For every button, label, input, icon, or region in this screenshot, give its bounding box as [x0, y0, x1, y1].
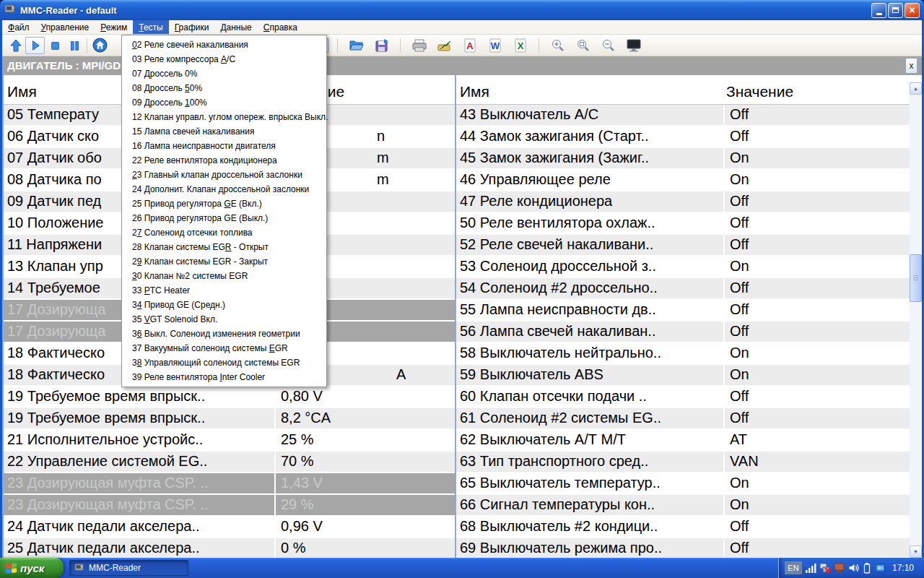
network-offline-icon[interactable]	[819, 562, 831, 574]
table-row[interactable]: 45 Замок зажигания (Зажиг..On	[456, 148, 910, 170]
tests-menu-item[interactable]: 30 Клапан №2 системы EGR	[122, 269, 326, 283]
menu-help[interactable]: Справка	[258, 20, 303, 34]
tests-menu-item[interactable]: 35 VGT Solenoid Вкл.	[122, 312, 326, 327]
tests-menu-item[interactable]: 38 Управляющий соленоид системы EGR	[122, 355, 326, 370]
tests-menu-item[interactable]: 24 Дополнит. Клапан дроссельной заслонки	[122, 182, 326, 197]
tests-menu-item[interactable]: 27 Соленоид отсечки топлива	[122, 225, 326, 240]
tests-menu-item[interactable]: 12 Клапан управл. углом опереж. впрыска …	[122, 110, 326, 124]
tests-menu-item[interactable]: 29 Клапан системы EGR - Закрыт	[122, 254, 326, 269]
table-row[interactable]: 44 Замок зажигания (Старт..Off	[456, 126, 910, 148]
zoom-out-button[interactable]	[598, 37, 618, 54]
table-row[interactable]: 46 Управляющее релеOn	[456, 170, 910, 191]
tests-menu-item[interactable]: 15 Лампа свечей накаливания	[122, 124, 326, 139]
zoom-in-button[interactable]	[548, 37, 567, 54]
param-value: 0 %	[274, 538, 455, 558]
language-indicator[interactable]: EN	[785, 561, 802, 574]
start-button[interactable]: пуск	[0, 558, 64, 578]
chart-export-button[interactable]	[435, 37, 454, 54]
table-row[interactable]: 24 Датчик педали акселера..0,96 V	[4, 517, 455, 538]
table-row[interactable]: 43 Выключатель А/СOff	[456, 105, 910, 126]
screen-button[interactable]	[624, 37, 643, 54]
tests-menu-item[interactable]: 16 Лампа неисправности двигателя	[122, 139, 326, 153]
tests-menu-item[interactable]: 03 Реле компрессора А/С	[122, 52, 326, 66]
table-row[interactable]: 68 Выключатель #2 кондици..Off	[456, 517, 910, 538]
tests-menu-item[interactable]: 28 Клапан системы EGR - Открыт	[122, 240, 326, 254]
table-row[interactable]: 60 Клапан отсечки подачи ..Off	[456, 387, 910, 408]
table-row[interactable]: 61 Соленоид #2 системы EG..Off	[456, 408, 910, 430]
table-row[interactable]: 58 Выключатель нейтрально..On	[456, 343, 910, 365]
monitor-icon[interactable]	[834, 562, 845, 574]
table-row[interactable]: 23 Дозирующая муфта CSP. ..1,43 V	[4, 473, 455, 495]
tests-menu-item[interactable]: 23 Главный клапан дроссельной заслонки	[122, 168, 326, 182]
excel-export-button[interactable]: X	[510, 37, 530, 54]
table-row[interactable]: 19 Требуемое время впрыск..0,80 V	[4, 387, 455, 408]
tests-menu-item[interactable]: 09 Дроссель 100%	[122, 95, 326, 110]
scroll-down-button[interactable]: ▼	[910, 545, 922, 558]
table-row[interactable]: 55 Лампа неисправности дв..Off	[456, 300, 910, 322]
menu-file[interactable]: Файл	[2, 20, 35, 34]
menu-graphs[interactable]: Графики	[169, 20, 215, 34]
tests-menu-item[interactable]: 08 Дроссель 50%	[122, 81, 326, 95]
param-value: 25 %	[274, 430, 455, 450]
tests-menu-item[interactable]: 07 Дроссель 0%	[122, 66, 326, 81]
tests-menu-item[interactable]: 37 Вакуумный соленоид системы EGR	[122, 341, 326, 355]
pause-button[interactable]	[64, 37, 84, 54]
open-button[interactable]	[346, 37, 366, 54]
table-row[interactable]: 56 Лампа свечей накаливан..Off	[456, 322, 910, 343]
table-row[interactable]: 52 Реле свечей накаливани..Off	[456, 235, 910, 256]
table-row[interactable]: 53 Соленоид дроссельной з..On	[456, 256, 910, 278]
table-row[interactable]: 22 Управление системой EG..70 %	[4, 452, 455, 473]
engine-close-button[interactable]: x	[905, 58, 918, 74]
print-button[interactable]	[409, 37, 429, 54]
scroll-up-button[interactable]: ▲	[910, 82, 922, 95]
table-row[interactable]: 21 Исполнительное устройс..25 %	[4, 430, 455, 452]
taskbar: пуск MMC-Reader EN	[0, 558, 924, 578]
table-row[interactable]: 47 Реле кондиционераOff	[456, 191, 910, 213]
clock[interactable]: 17:10	[892, 563, 914, 573]
tray-app-icon[interactable]	[874, 562, 886, 574]
maximize-button[interactable]	[888, 3, 903, 18]
tests-menu-item[interactable]: 34 Привод GE (Средн.)	[122, 298, 326, 312]
word-export-button[interactable]: W	[485, 37, 505, 54]
taskbar-item-mmc-reader[interactable]: MMC-Reader	[69, 560, 188, 576]
table-row[interactable]: 54 Соленоид #2 дроссельно..Off	[456, 278, 910, 300]
table-row[interactable]: 25 Датчик педали акселера..0 %	[4, 538, 455, 558]
signal-strength-icon[interactable]	[805, 562, 816, 574]
scrollbar[interactable]: ▲ ▼	[910, 82, 922, 558]
menu-tests[interactable]: Тесты	[133, 20, 168, 34]
param-value: Off	[723, 213, 910, 233]
up-button[interactable]	[6, 37, 25, 54]
table-row[interactable]: 66 Сигнал температуры кон..On	[456, 495, 910, 517]
tests-menu-item[interactable]: 22 Реле вентилятора кондиционера	[122, 153, 326, 168]
menu-data[interactable]: Данные	[214, 20, 257, 34]
volume-icon[interactable]	[848, 562, 860, 574]
pdf-export-button[interactable]: A	[460, 37, 479, 54]
table-row[interactable]: 19 Требуемое время впрыск..8,2 °CA	[4, 408, 455, 430]
menu-mode[interactable]: Режим	[95, 20, 133, 34]
scrollbar-thumb[interactable]	[910, 254, 922, 302]
table-row[interactable]: 69 Выключатель режима про..Off	[456, 538, 910, 558]
battery-icon[interactable]	[863, 562, 871, 574]
tests-menu-item[interactable]: 33 PTC Heater	[122, 283, 326, 298]
minimize-button[interactable]	[871, 3, 886, 18]
table-row[interactable]: 63 Тип транспортного сред..VAN	[456, 452, 910, 473]
table-row[interactable]: 23 Дозирующая муфта CSP. ..29 %	[4, 495, 455, 517]
tests-menu-item[interactable]: 26 Привод регулятора GE (Выкл.)	[122, 211, 326, 225]
menu-control[interactable]: Управление	[35, 20, 95, 34]
stop-button[interactable]	[45, 37, 64, 54]
close-button[interactable]: ×	[905, 3, 920, 18]
save-button[interactable]	[372, 37, 391, 54]
table-row[interactable]: 62 Выключатель А/Т М/ТAT	[456, 430, 910, 452]
table-row[interactable]: 65 Выключатель температур..On	[456, 473, 910, 495]
table-row[interactable]: 59 Выключатель ABSOn	[456, 365, 910, 387]
play-button[interactable]	[25, 37, 45, 54]
pdf-icon: A	[463, 38, 477, 53]
tests-menu-item[interactable]: 25 Привод регулятора GE (Вкл.)	[122, 197, 326, 211]
table-row[interactable]: 50 Реле вентилятора охлаж..Off	[456, 213, 910, 235]
param-name: 65 Выключатель температур..	[456, 473, 723, 493]
tests-menu-item[interactable]: 36 Выкл. Соленоид изменения геометрии	[122, 327, 326, 341]
zoom-page-button[interactable]	[573, 37, 593, 54]
tests-menu-item[interactable]: 02 Реле свечей накаливания	[122, 38, 326, 52]
home-button[interactable]	[90, 37, 110, 54]
tests-menu-item[interactable]: 39 Реле вентилятора Inter Cooler	[122, 370, 326, 384]
